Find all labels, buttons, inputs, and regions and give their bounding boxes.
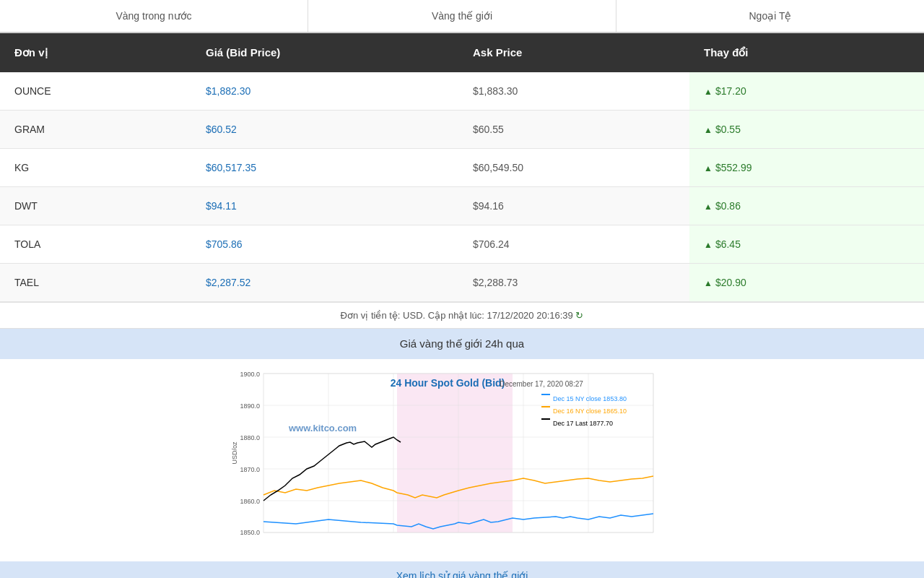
arrow-up-icon: ▲ [704, 278, 712, 288]
table-row: TAEL $2,287.52 $2,288.73 ▲$20.90 [0, 264, 924, 302]
arrow-up-icon: ▲ [704, 125, 712, 135]
cell-bid: $60,517.35 [191, 149, 458, 186]
table-row: GRAM $60.52 $60.55 ▲$0.55 [0, 111, 924, 149]
svg-text:Dec 15 NY close 1853.80: Dec 15 NY close 1853.80 [553, 395, 627, 402]
cell-ask: $60,549.50 [458, 149, 689, 186]
cell-ask: $1,883.30 [458, 72, 689, 110]
table-row: KG $60,517.35 $60,549.50 ▲$552.99 [0, 149, 924, 187]
tab-world[interactable]: Vàng thế giới [308, 0, 616, 32]
tab-currency[interactable]: Ngoại Tệ [616, 0, 924, 32]
refresh-icon[interactable]: ↻ [575, 310, 583, 321]
cell-change: ▲$6.45 [689, 225, 924, 263]
table-body: OUNCE $1,882.30 $1,883.30 ▲$17.20 GRAM $… [0, 72, 924, 302]
cell-unit: OUNCE [0, 72, 191, 110]
cell-ask: $2,288.73 [458, 264, 689, 301]
arrow-up-icon: ▲ [704, 240, 712, 250]
arrow-up-icon: ▲ [704, 202, 712, 212]
svg-text:1880.0: 1880.0 [240, 434, 260, 441]
svg-rect-24 [541, 394, 550, 395]
chart-svg: 1900.0 1890.0 1880.0 1870.0 1860.0 1850.… [231, 366, 664, 547]
table-header: Đơn vị Giá (Bid Price) Ask Price Thay đổ… [0, 33, 924, 72]
cell-bid: $705.86 [191, 225, 458, 263]
col-header-unit: Đơn vị [0, 33, 191, 72]
svg-text:December  17,  2020  08:27: December 17, 2020 08:27 [500, 380, 583, 388]
svg-text:Dec 17 Last  1877.70: Dec 17 Last 1877.70 [553, 420, 613, 427]
svg-text:www.kitco.com: www.kitco.com [288, 423, 357, 434]
cell-unit: KG [0, 149, 191, 186]
cell-unit: TOLA [0, 225, 191, 263]
tab-domestic[interactable]: Vàng trong nước [0, 0, 308, 32]
bottom-link-bar[interactable]: Xem lịch sử giá vàng thế giới [0, 561, 924, 578]
svg-text:1850.0: 1850.0 [240, 529, 260, 536]
cell-unit: DWT [0, 187, 191, 225]
svg-text:Dec 16 NY close 1865.10: Dec 16 NY close 1865.10 [553, 407, 627, 415]
col-header-change: Thay đổi [689, 33, 924, 72]
cell-change: ▲$20.90 [689, 264, 924, 301]
chart-wrap: 1900.0 1890.0 1880.0 1870.0 1860.0 1850.… [231, 366, 693, 554]
col-header-ask: Ask Price [458, 33, 689, 72]
cell-bid: $1,882.30 [191, 72, 458, 110]
svg-text:USD/oz: USD/oz [231, 441, 238, 465]
top-tabs: Vàng trong nước Vàng thế giới Ngoại Tệ [0, 0, 924, 33]
footer-note: Đơn vị tiền tệ: USD. Cập nhật lúc: 17/12… [0, 302, 924, 329]
cell-ask: $94.16 [458, 187, 689, 225]
svg-text:1870.0: 1870.0 [240, 466, 260, 473]
cell-unit: GRAM [0, 111, 191, 148]
footer-text: Đơn vị tiền tệ: USD. Cập nhật lúc: 17/12… [341, 310, 573, 321]
table-row: DWT $94.11 $94.16 ▲$0.86 [0, 187, 924, 225]
svg-text:1890.0: 1890.0 [240, 402, 260, 410]
cell-ask: $60.55 [458, 111, 689, 148]
svg-text:1860.0: 1860.0 [240, 498, 260, 505]
arrow-up-icon: ▲ [704, 87, 712, 97]
cell-change: ▲$17.20 [689, 72, 924, 110]
table-row: TOLA $705.86 $706.24 ▲$6.45 [0, 225, 924, 264]
svg-rect-28 [541, 418, 550, 420]
cell-bid: $60.52 [191, 111, 458, 148]
cell-change: ▲$0.86 [689, 187, 924, 225]
svg-rect-1 [397, 374, 513, 532]
cell-unit: TAEL [0, 264, 191, 301]
svg-text:24 Hour Spot Gold (Bid): 24 Hour Spot Gold (Bid) [391, 377, 505, 389]
cell-change: ▲$552.99 [689, 149, 924, 186]
cell-bid: $94.11 [191, 187, 458, 225]
arrow-up-icon: ▲ [704, 163, 712, 173]
cell-ask: $706.24 [458, 225, 689, 263]
cell-bid: $2,287.52 [191, 264, 458, 301]
chart-title-bar: Giá vàng thế giới 24h qua [0, 329, 924, 359]
col-header-bid: Giá (Bid Price) [191, 33, 458, 72]
table-row: OUNCE $1,882.30 $1,883.30 ▲$17.20 [0, 72, 924, 111]
svg-text:1900.0: 1900.0 [240, 371, 260, 378]
chart-container: 1900.0 1890.0 1880.0 1870.0 1860.0 1850.… [0, 359, 924, 561]
cell-change: ▲$0.55 [689, 111, 924, 148]
svg-rect-26 [541, 406, 550, 407]
